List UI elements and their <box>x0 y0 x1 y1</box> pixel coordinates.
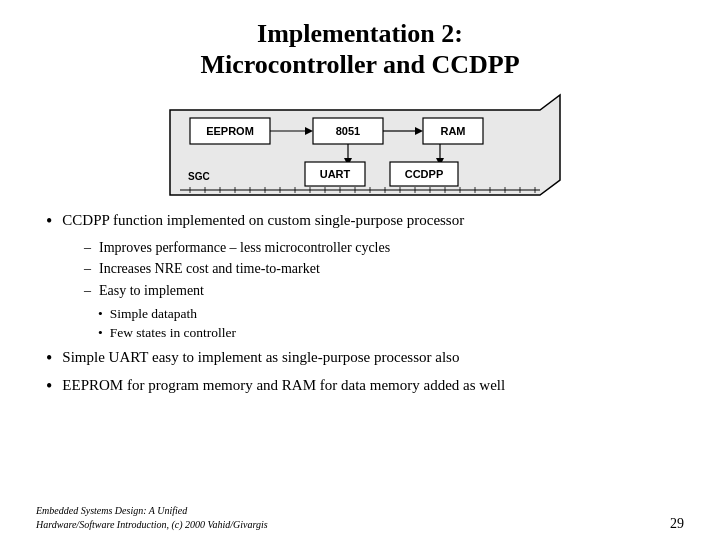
sub-bullet-1-2: – Increases NRE cost and time-to-market <box>84 259 684 279</box>
slide: Implementation 2: Microcontroller and CC… <box>0 0 720 540</box>
cpu-label: 8051 <box>336 125 360 137</box>
bullet-2-text: Simple UART easy to implement as single-… <box>62 347 459 368</box>
bullet-1: • CCDPP function implemented on custom s… <box>46 210 684 233</box>
architecture-diagram: EEPROM 8051 RAM SGC UART <box>150 90 570 200</box>
diagram-container: EEPROM 8051 RAM SGC UART <box>36 90 684 200</box>
sub-sub-bullet-2: • Few states in controller <box>98 324 684 343</box>
bullet-2-dot: • <box>46 347 52 370</box>
bullet-3-text: EEPROM for program memory and RAM for da… <box>62 375 505 396</box>
sub-sub-bullets: • Simple datapath • Few states in contro… <box>98 305 684 344</box>
sub-bullet-1-1: – Improves performance – less microcontr… <box>84 238 684 258</box>
bullet-1-dot: • <box>46 210 52 233</box>
sub-bullet-1-3: – Easy to implement <box>84 281 684 301</box>
sub-bullets-1: – Improves performance – less microcontr… <box>84 238 684 301</box>
bullet-3-dot: • <box>46 375 52 398</box>
sub-sub-bullet-1: • Simple datapath <box>98 305 684 324</box>
bullet-2: • Simple UART easy to implement as singl… <box>46 347 684 370</box>
eeprom-label: EEPROM <box>206 125 254 137</box>
slide-title: Implementation 2: Microcontroller and CC… <box>36 18 684 80</box>
content-area: • CCDPP function implemented on custom s… <box>36 210 684 402</box>
bullet-1-text: CCDPP function implemented on custom sin… <box>62 210 464 231</box>
ram-label: RAM <box>440 125 465 137</box>
sgc-label: SGC <box>188 171 210 182</box>
footer: Embedded Systems Design: A Unified Hardw… <box>0 504 720 532</box>
footer-citation: Embedded Systems Design: A Unified Hardw… <box>36 504 268 532</box>
ccdpp-label: CCDPP <box>405 168 444 180</box>
page-number: 29 <box>670 516 684 532</box>
uart-label: UART <box>320 168 351 180</box>
bullet-3: • EEPROM for program memory and RAM for … <box>46 375 684 398</box>
